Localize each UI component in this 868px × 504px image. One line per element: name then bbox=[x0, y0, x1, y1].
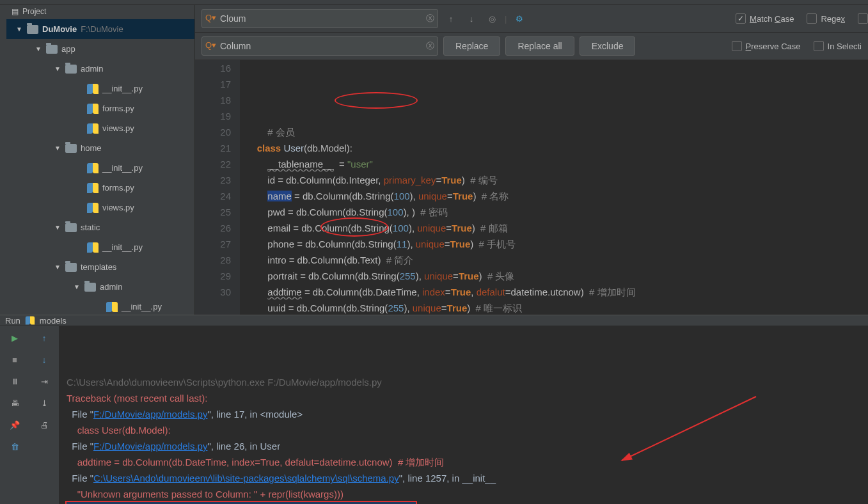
chevron-down-icon[interactable]: ▼ bbox=[54, 264, 61, 271]
clear-icon[interactable]: ⓧ bbox=[426, 13, 434, 24]
run-label: Run bbox=[5, 316, 20, 326]
run-toolbar-right: ↑ ↓ ⇥ ⤓ 🖨 bbox=[29, 326, 59, 504]
python-file-icon bbox=[87, 84, 99, 94]
replace-bar: Q▾ ⓧ Replace Replace all Exclude Preserv… bbox=[195, 33, 868, 60]
tree-root[interactable]: ▼ DuMovie F:\DuMovie bbox=[6, 19, 194, 39]
select-all-icon[interactable]: ◎ bbox=[484, 11, 500, 26]
chevron-down-icon[interactable]: ▼ bbox=[15, 26, 23, 33]
editor-tabs[interactable] bbox=[0, 0, 868, 5]
tree-folder-static[interactable]: ▼ static bbox=[6, 217, 194, 237]
chevron-down-icon[interactable]: ▼ bbox=[73, 283, 81, 290]
python-file-icon bbox=[87, 104, 99, 114]
folder-icon bbox=[84, 283, 96, 292]
python-file-icon bbox=[87, 123, 99, 134]
python-file-icon bbox=[87, 183, 99, 193]
folder-icon bbox=[27, 25, 38, 34]
in-selection-checkbox[interactable]: In Selecti bbox=[814, 41, 862, 51]
run-toolbar-left: ▶ ■ ⏸ 🖶 📌 🗑 bbox=[0, 326, 29, 504]
dump-icon[interactable]: 🖶 bbox=[8, 397, 21, 409]
python-file-icon bbox=[26, 317, 35, 325]
prev-match-icon[interactable]: ↑ bbox=[443, 11, 459, 26]
preserve-case-checkbox[interactable]: Preserve Case bbox=[732, 41, 801, 51]
clear-icon[interactable]: ⓧ bbox=[426, 40, 434, 52]
folder-icon bbox=[65, 144, 77, 153]
folder-icon bbox=[65, 223, 77, 232]
tree-file[interactable]: __init__.py bbox=[6, 158, 194, 178]
run-target: models bbox=[40, 316, 67, 326]
tree-folder-t-admin[interactable]: ▼ admin bbox=[6, 277, 194, 297]
tree-path: F:\DuMovie bbox=[81, 24, 123, 34]
find-input[interactable] bbox=[201, 9, 438, 28]
toolwindow-stripe[interactable] bbox=[0, 5, 6, 315]
python-file-icon bbox=[106, 302, 118, 312]
tree-file[interactable]: forms.py bbox=[6, 178, 194, 198]
extra-checkbox[interactable] bbox=[858, 13, 868, 24]
up-icon[interactable]: ↑ bbox=[38, 331, 51, 344]
trash-icon[interactable]: 🗑 bbox=[8, 440, 21, 453]
chevron-down-icon[interactable]: ▼ bbox=[54, 145, 61, 152]
scroll-icon[interactable]: ⤓ bbox=[38, 397, 51, 409]
exclude-button[interactable]: Exclude bbox=[580, 36, 636, 56]
rerun-icon[interactable]: ▶ bbox=[8, 331, 21, 344]
gutter[interactable]: 161718192021222324252627282930 bbox=[195, 60, 240, 315]
find-bar: Q▾ ⓧ ↑ ↓ ◎ | ⚙ Match Case Regex bbox=[195, 5, 868, 33]
down-icon[interactable]: ↓ bbox=[38, 353, 51, 366]
console-output[interactable]: C:\Users\Ando\dumovieenv\Scripts\python.… bbox=[59, 326, 868, 504]
python-file-icon bbox=[87, 163, 99, 173]
replace-input[interactable] bbox=[201, 36, 438, 56]
gear-icon[interactable]: ⚙ bbox=[512, 11, 527, 26]
tree-label: DuMovie bbox=[42, 24, 77, 34]
tree-file[interactable]: views.py bbox=[6, 198, 194, 217]
match-case-checkbox[interactable]: Match Case bbox=[736, 13, 794, 24]
tree-folder-admin[interactable]: ▼ admin bbox=[6, 59, 194, 79]
tree-file[interactable]: views.py bbox=[6, 118, 194, 138]
python-file-icon bbox=[87, 242, 99, 253]
stop-icon[interactable]: ■ bbox=[8, 353, 21, 366]
run-tab-header[interactable]: Run models bbox=[0, 315, 868, 326]
code-content[interactable]: # 会员 class User(db.Model): __tablename__… bbox=[240, 60, 868, 315]
annotation-circle bbox=[335, 92, 418, 109]
chevron-down-icon[interactable]: ▼ bbox=[35, 45, 42, 52]
next-match-icon[interactable]: ↓ bbox=[464, 11, 479, 26]
folder-icon bbox=[65, 263, 77, 272]
tree-file[interactable]: __init__.py bbox=[6, 79, 194, 98]
folder-icon bbox=[46, 45, 58, 54]
pause-icon[interactable]: ⏸ bbox=[8, 375, 21, 388]
folder-icon bbox=[65, 65, 77, 74]
tree-file[interactable]: forms.py bbox=[6, 98, 194, 118]
replace-button[interactable]: Replace bbox=[443, 36, 500, 56]
wrap-icon[interactable]: ⇥ bbox=[38, 375, 51, 388]
python-file-icon bbox=[87, 203, 99, 213]
pin-icon[interactable]: 📌 bbox=[8, 418, 21, 431]
code-editor[interactable]: 161718192021222324252627282930 # 会员 clas… bbox=[195, 60, 868, 315]
regex-checkbox[interactable]: Regex bbox=[807, 13, 845, 24]
tree-folder-templates[interactable]: ▼ templates bbox=[6, 257, 194, 277]
project-header: ▤Project bbox=[6, 5, 194, 18]
search-icon: Q▾ bbox=[205, 40, 216, 50]
tree-folder-home[interactable]: ▼ home bbox=[6, 138, 194, 158]
tree-folder-app[interactable]: ▼ app bbox=[6, 39, 194, 59]
tree-file[interactable]: __init__.py bbox=[6, 297, 194, 315]
tree-file[interactable]: __init__.py bbox=[6, 237, 194, 257]
project-tree[interactable]: ▤Project ▼ DuMovie F:\DuMovie ▼ app ▼ bbox=[6, 5, 194, 315]
replace-all-button[interactable]: Replace all bbox=[505, 36, 574, 56]
search-icon: Q▾ bbox=[205, 13, 216, 22]
chevron-down-icon[interactable]: ▼ bbox=[54, 65, 61, 72]
chevron-down-icon[interactable]: ▼ bbox=[54, 224, 61, 231]
print-icon[interactable]: 🖨 bbox=[38, 418, 51, 431]
